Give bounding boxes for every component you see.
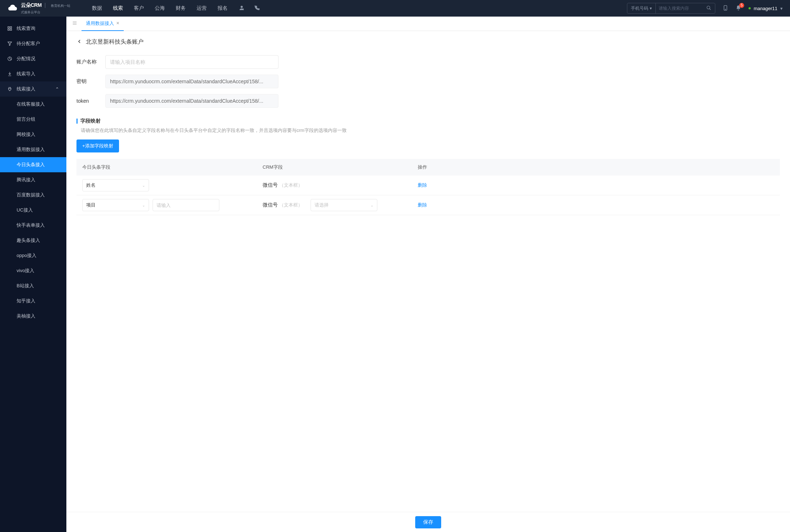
- page-title: 北京昱新科技头条账户: [86, 38, 144, 46]
- sidebar-sub-tencent[interactable]: 腾讯接入: [0, 172, 66, 187]
- account-name-input[interactable]: [105, 55, 278, 69]
- export-icon: [7, 71, 12, 76]
- crm-option-select[interactable]: 请选择 ⌄: [311, 199, 377, 211]
- toutiao-field-select[interactable]: 项目 ⌄: [82, 199, 149, 211]
- username-label: manager11: [754, 6, 777, 11]
- sidebar-item-allocation[interactable]: 分配情况: [0, 51, 66, 66]
- nav-public[interactable]: 公海: [155, 5, 165, 12]
- sidebar-sub-baidu[interactable]: 百度数据接入: [0, 187, 66, 203]
- secret-label: 密钥: [76, 78, 98, 85]
- user-icon[interactable]: +: [238, 5, 245, 12]
- svg-text:+: +: [242, 7, 244, 10]
- crm-field-type: （文本框）: [279, 202, 303, 208]
- top-nav: 数据 线索 客户 公海 财务 运营 报名: [92, 5, 228, 12]
- col-toutiao-field: 今日头条字段: [82, 164, 263, 170]
- sidebar-sub-toutiao[interactable]: 今日头条接入: [0, 157, 66, 172]
- user-menu[interactable]: manager11 ▾: [749, 6, 783, 11]
- crm-field-label: 微信号: [263, 182, 278, 189]
- grid-icon: [7, 26, 12, 31]
- chevron-down-icon: ⌄: [142, 183, 145, 187]
- table-row: 项目 ⌄ 微信号 （文本框） 请选择 ⌄ 删除: [76, 195, 780, 215]
- svg-point-2: [707, 6, 710, 9]
- breadcrumb: 北京昱新科技头条账户: [76, 38, 780, 46]
- chevron-down-icon: ⌄: [142, 203, 145, 207]
- svg-rect-7: [8, 29, 9, 30]
- sidebar-sub-message-group[interactable]: 留言分组: [0, 112, 66, 127]
- chevron-up-icon: ⌃: [55, 87, 59, 92]
- chevron-down-icon: ▾: [650, 6, 652, 11]
- section-mapping-header: 字段映射: [76, 118, 780, 124]
- mapping-table: 今日头条字段 CRM字段 操作 姓名 ⌄ 微信号 （文本框）: [76, 159, 780, 215]
- sidebar-item-clue-import[interactable]: 线索导入: [0, 66, 66, 81]
- sidebar-item-clue-access[interactable]: 线索接入 ⌃: [0, 81, 66, 97]
- search-button[interactable]: [703, 5, 715, 12]
- sidebar-sub-general-data[interactable]: 通用数据接入: [0, 142, 66, 157]
- svg-rect-6: [10, 27, 12, 28]
- logo: 云朵CRM | 教育机构一站式服务云平台: [7, 2, 70, 14]
- section-mapping-title: 字段映射: [80, 118, 101, 124]
- status-dot-icon: [749, 7, 751, 9]
- add-mapping-button[interactable]: +添加字段映射: [76, 139, 119, 152]
- notification-bell[interactable]: 5: [736, 5, 741, 12]
- notification-badge: 5: [739, 3, 744, 8]
- save-button[interactable]: 保存: [415, 516, 441, 528]
- secret-input[interactable]: [105, 75, 278, 88]
- filter-icon: [7, 41, 12, 46]
- close-icon[interactable]: ✕: [116, 21, 119, 26]
- delete-link[interactable]: 删除: [418, 182, 427, 188]
- section-mapping-desc: 请确保您在此填写的头条自定义字段名称与在今日头条平台中自定义的字段名称一致，并且…: [81, 127, 780, 134]
- sidebar-sub-school-access[interactable]: 网校接入: [0, 127, 66, 142]
- tab-general-data[interactable]: 通用数据接入 ✕: [82, 17, 124, 31]
- call-icon[interactable]: [254, 5, 260, 12]
- sidebar-sub-uc[interactable]: UC接入: [0, 203, 66, 218]
- header-icons: +: [238, 5, 260, 12]
- crm-field-label: 微信号: [263, 202, 278, 208]
- table-header: 今日头条字段 CRM字段 操作: [76, 159, 780, 176]
- search-type-select[interactable]: 手机号码 ▾: [627, 3, 656, 13]
- sidebar-item-pending-customer[interactable]: 待分配客户: [0, 36, 66, 51]
- search-input[interactable]: [656, 6, 703, 11]
- sidebar-sub-vivo[interactable]: vivo接入: [0, 263, 66, 278]
- delete-link[interactable]: 删除: [418, 202, 427, 208]
- top-header: 云朵CRM | 教育机构一站式服务云平台 数据 线索 客户 公海 财务 运营 报…: [0, 0, 790, 17]
- logo-icon: [7, 4, 19, 13]
- nav-clue[interactable]: 线索: [113, 5, 123, 12]
- sidebar: 线索查询 待分配客户 分配情况 线索导入 线索接入 ⌃ 在线客服接入 留言分组 …: [0, 17, 66, 532]
- section-bar-icon: [76, 119, 78, 124]
- toutiao-field-select[interactable]: 姓名 ⌄: [82, 179, 149, 191]
- logo-text: 云朵CRM: [21, 2, 41, 8]
- nav-data[interactable]: 数据: [92, 5, 102, 12]
- mobile-icon[interactable]: [723, 5, 728, 12]
- account-name-label: 账户名称: [76, 59, 98, 65]
- tabs-bar: 通用数据接入 ✕: [66, 17, 790, 31]
- nav-customer[interactable]: 客户: [134, 5, 144, 12]
- table-row: 姓名 ⌄ 微信号 （文本框） 删除: [76, 176, 780, 195]
- sidebar-sub-zhihu[interactable]: 知乎接入: [0, 293, 66, 309]
- nav-finance[interactable]: 财务: [176, 5, 186, 12]
- sidebar-sub-qutoutiao[interactable]: 趣头条接入: [0, 233, 66, 248]
- svg-point-4: [725, 9, 726, 9]
- footer-bar: 保存: [66, 512, 790, 532]
- nav-operation[interactable]: 运营: [197, 5, 207, 12]
- toutiao-field-input[interactable]: [153, 199, 219, 211]
- svg-rect-8: [10, 29, 12, 30]
- chevron-down-icon: ▾: [780, 6, 783, 11]
- hamburger-icon[interactable]: [70, 21, 79, 27]
- back-icon[interactable]: [76, 39, 82, 46]
- sidebar-item-clue-query[interactable]: 线索查询: [0, 21, 66, 36]
- nav-signup[interactable]: 报名: [218, 5, 228, 12]
- sidebar-sub-bilibili[interactable]: B站接入: [0, 278, 66, 293]
- search-box: 手机号码 ▾: [627, 3, 715, 14]
- col-operation: 操作: [418, 164, 774, 170]
- sidebar-sub-online-service[interactable]: 在线客服接入: [0, 97, 66, 112]
- token-input[interactable]: [105, 94, 278, 108]
- crm-field-type: （文本框）: [279, 182, 303, 189]
- plug-icon: [7, 87, 12, 92]
- sidebar-sub-oppo[interactable]: oppo接入: [0, 248, 66, 263]
- pie-icon: [7, 56, 12, 61]
- sidebar-sub-meiyou[interactable]: 美柚接入: [0, 309, 66, 324]
- svg-rect-5: [8, 27, 9, 28]
- chevron-down-icon: ⌄: [370, 203, 373, 207]
- main-content: 通用数据接入 ✕ 北京昱新科技头条账户 账户名称 密钥 token: [66, 17, 790, 532]
- sidebar-sub-kuaishou[interactable]: 快手表单接入: [0, 218, 66, 233]
